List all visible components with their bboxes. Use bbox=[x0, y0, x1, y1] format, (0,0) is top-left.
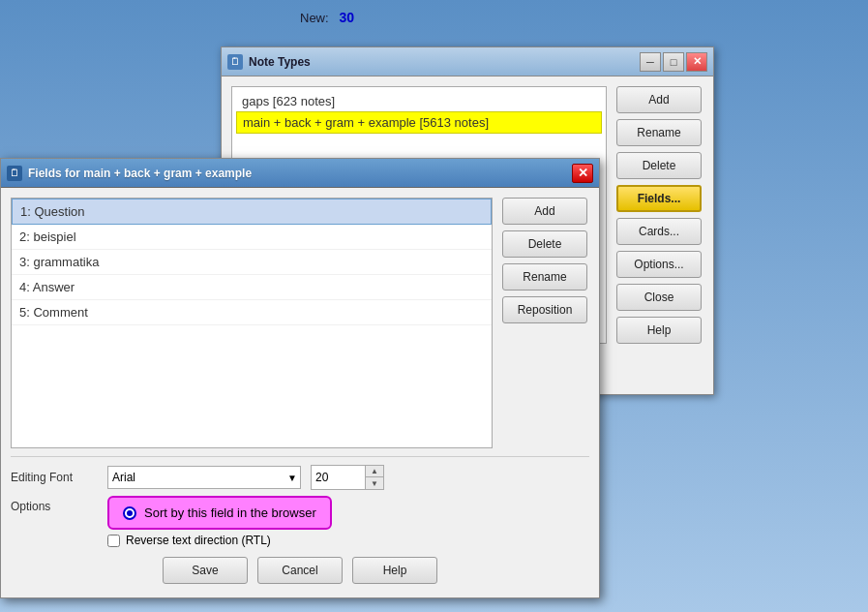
field-item-comment[interactable]: 5: Comment bbox=[12, 300, 492, 325]
field-reposition-button[interactable]: Reposition bbox=[502, 296, 587, 323]
sort-radio[interactable] bbox=[123, 506, 136, 520]
editing-font-label: Editing Font bbox=[11, 471, 98, 484]
fields-list: 1: Question 2: beispiel 3: grammatika 4:… bbox=[11, 198, 493, 448]
nt-close-button[interactable]: Close bbox=[616, 284, 702, 311]
font-size-spinbox: ▲ ▼ bbox=[311, 465, 384, 490]
action-buttons-row: Save Cancel Help bbox=[11, 553, 589, 588]
reverse-text-row: Reverse text direction (RTL) bbox=[107, 534, 332, 547]
fields-main: 1: Question 2: beispiel 3: grammatika 4:… bbox=[11, 198, 589, 448]
window-controls: ─ □ ✕ bbox=[640, 52, 707, 72]
font-size-input[interactable] bbox=[312, 466, 365, 489]
help-button[interactable]: Help bbox=[352, 557, 437, 584]
editing-font-row: Editing Font Arial Times New Roman Couri… bbox=[11, 465, 589, 490]
nt-rename-button[interactable]: Rename bbox=[616, 119, 702, 146]
spinbox-arrows: ▲ ▼ bbox=[365, 466, 383, 489]
list-item[interactable]: gaps [623 notes] bbox=[236, 91, 602, 111]
fields-content: 1: Question 2: beispiel 3: grammatika 4:… bbox=[1, 188, 599, 597]
field-item-grammatika[interactable]: 3: grammatika bbox=[12, 250, 492, 275]
spin-up-button[interactable]: ▲ bbox=[366, 466, 383, 477]
nt-fields-button[interactable]: Fields... bbox=[616, 185, 702, 212]
sort-tooltip: Sort by this field in the browser bbox=[107, 496, 332, 530]
save-button[interactable]: Save bbox=[163, 557, 248, 584]
fields-window-icon: 🗒 bbox=[7, 166, 22, 181]
nt-add-button[interactable]: Add bbox=[616, 86, 702, 113]
fields-window-title: Fields for main + back + gram + example bbox=[28, 167, 572, 180]
fields-bottom: Editing Font Arial Times New Roman Couri… bbox=[11, 456, 589, 588]
nt-delete-button[interactable]: Delete bbox=[616, 152, 702, 179]
sort-label: Sort by this field in the browser bbox=[144, 505, 316, 520]
nt-cards-button[interactable]: Cards... bbox=[616, 218, 702, 245]
cancel-button[interactable]: Cancel bbox=[257, 557, 343, 584]
fields-close-button[interactable]: ✕ bbox=[572, 164, 593, 183]
reverse-text-checkbox[interactable] bbox=[107, 535, 120, 547]
spin-down-button[interactable]: ▼ bbox=[366, 477, 383, 489]
desktop: New: 30 🗒 Note Types ─ □ ✕ gaps [623 not… bbox=[0, 0, 868, 612]
field-item-answer[interactable]: 4: Answer bbox=[12, 275, 492, 300]
field-delete-button[interactable]: Delete bbox=[502, 230, 587, 258]
minimize-button[interactable]: ─ bbox=[640, 52, 661, 72]
options-label: Options bbox=[11, 496, 98, 513]
note-types-buttons: Add Rename Delete Fields... Cards... Opt… bbox=[616, 86, 703, 344]
options-row: Options Sort by this field in the browse… bbox=[11, 496, 589, 547]
nt-options-button[interactable]: Options... bbox=[616, 251, 702, 278]
options-checkboxes: Sort by this field in the browser Revers… bbox=[107, 496, 332, 547]
field-add-button[interactable]: Add bbox=[502, 198, 587, 225]
field-item-beispiel[interactable]: 2: beispiel bbox=[12, 225, 492, 250]
reverse-text-label: Reverse text direction (RTL) bbox=[126, 534, 271, 547]
font-select-wrapper: Arial Times New Roman Courier New bbox=[107, 466, 301, 489]
fields-window: 🗒 Fields for main + back + gram + exampl… bbox=[0, 158, 600, 598]
fields-titlebar: 🗒 Fields for main + back + gram + exampl… bbox=[1, 159, 599, 188]
font-select[interactable]: Arial Times New Roman Courier New bbox=[107, 466, 301, 489]
field-item-question[interactable]: 1: Question bbox=[12, 199, 492, 225]
field-rename-button[interactable]: Rename bbox=[502, 263, 587, 291]
new-value: 30 bbox=[339, 10, 354, 25]
note-types-title: Note Types bbox=[249, 55, 640, 69]
maximize-button[interactable]: □ bbox=[663, 52, 684, 72]
note-types-titlebar: 🗒 Note Types ─ □ ✕ bbox=[222, 47, 713, 76]
new-prefix: New: bbox=[300, 11, 329, 25]
new-label: New: 30 bbox=[300, 10, 354, 25]
nt-help-button[interactable]: Help bbox=[616, 317, 702, 344]
list-item-selected[interactable]: main + back + gram + example [5613 notes… bbox=[236, 111, 602, 134]
fields-side-buttons: Add Delete Rename Reposition bbox=[502, 198, 589, 448]
close-button-nt[interactable]: ✕ bbox=[686, 52, 707, 72]
note-types-window-icon: 🗒 bbox=[227, 54, 243, 70]
